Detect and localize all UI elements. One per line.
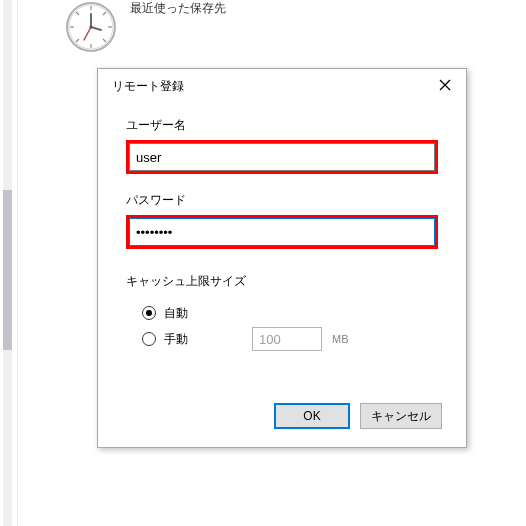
section-title-recent: 最近使った保存先 (130, 0, 226, 17)
dialog-titlebar[interactable]: リモート登録 (98, 69, 466, 103)
cache-auto-row[interactable]: 自動 (142, 300, 438, 326)
password-input[interactable] (129, 218, 435, 246)
username-label: ユーザー名 (126, 117, 438, 134)
password-label: パスワード (126, 192, 438, 209)
username-highlight (126, 140, 438, 174)
cache-size-input (252, 327, 322, 351)
close-button[interactable] (430, 73, 460, 99)
cache-manual-row[interactable]: 手動 MB (142, 326, 438, 352)
left-scrollbar[interactable] (0, 0, 18, 526)
close-icon (439, 79, 451, 94)
radio-manual[interactable] (142, 332, 156, 346)
cancel-button[interactable]: キャンセル (360, 403, 442, 429)
username-input[interactable] (129, 143, 435, 171)
radio-manual-label: 手動 (164, 331, 188, 348)
dialog-title: リモート登録 (112, 78, 184, 95)
scrollbar-edge (17, 0, 18, 526)
scrollbar-thumb[interactable] (3, 190, 12, 350)
svg-point-13 (89, 25, 92, 28)
radio-auto-label: 自動 (164, 305, 188, 322)
cache-size-label: キャッシュ上限サイズ (126, 273, 438, 290)
remote-login-dialog: リモート登録 ユーザー名 パスワード キャッシュ上限サイズ 自動 (97, 68, 467, 448)
clock-icon (64, 0, 118, 54)
radio-auto[interactable] (142, 306, 156, 320)
cache-size-unit: MB (332, 333, 349, 345)
ok-button-label: OK (303, 409, 320, 423)
cancel-button-label: キャンセル (371, 408, 431, 425)
password-highlight (126, 215, 438, 249)
ok-button[interactable]: OK (274, 403, 350, 429)
